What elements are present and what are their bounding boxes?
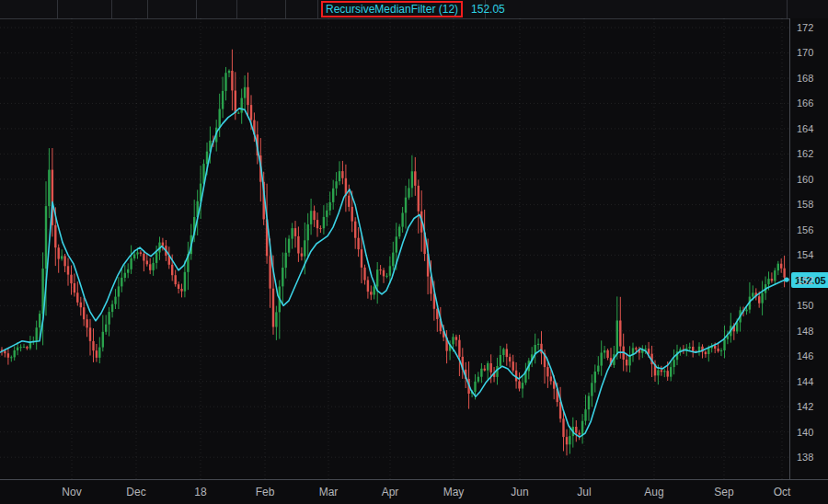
price-axis-label: 154 — [797, 248, 813, 261]
candle-body — [584, 409, 586, 420]
candle-body — [282, 268, 283, 286]
candle-body — [76, 292, 78, 303]
candle-body — [411, 171, 413, 188]
candle-body — [458, 340, 460, 357]
candle-body — [707, 348, 709, 354]
candle-body — [58, 247, 60, 258]
candle-body — [626, 360, 627, 365]
chart-plot-area[interactable] — [0, 18, 789, 479]
candle-body — [228, 71, 230, 73]
toolbar-separator — [236, 0, 237, 18]
candle-body — [335, 181, 337, 189]
candle-body — [108, 312, 109, 325]
toolbar-separator — [147, 0, 148, 18]
candle-body — [329, 202, 331, 211]
indicator-value: 152.05 — [471, 3, 505, 16]
candle-body — [401, 213, 403, 227]
price-axis-label: 164 — [797, 122, 813, 135]
candle-body — [323, 217, 325, 228]
candle-body — [783, 269, 785, 278]
candle-body — [537, 344, 539, 345]
candle-body — [579, 433, 581, 435]
indicator-legend[interactable]: RecursiveMedianFilter (12) 152.05 — [321, 0, 505, 18]
candle-body — [635, 348, 637, 349]
candle-body — [184, 272, 186, 292]
candle-body — [39, 314, 40, 327]
candle-body — [385, 276, 387, 277]
candle-body — [102, 332, 104, 348]
indicator-name-label[interactable]: RecursiveMedianFilter (12) — [321, 1, 463, 17]
candle-body — [23, 347, 25, 348]
candle-body — [509, 357, 511, 361]
candle-body — [70, 275, 72, 283]
candle-body — [670, 367, 672, 377]
price-axis-label: 144 — [797, 375, 813, 388]
trading-chart-window: RecursiveMedianFilter (12) 152.05 152.05… — [0, 0, 828, 504]
candle-body — [96, 350, 98, 358]
candle-body — [130, 258, 132, 269]
candle-body — [474, 382, 476, 392]
price-axis-label: 138 — [797, 451, 813, 464]
candle-body — [692, 347, 694, 351]
candle-body — [54, 225, 56, 247]
candle-body — [566, 437, 568, 444]
price-axis-label: 142 — [797, 400, 813, 413]
candle-body — [326, 211, 328, 217]
candle-body — [351, 207, 353, 222]
candle-body — [761, 293, 763, 304]
candle-body — [717, 349, 719, 351]
recursive-median-filter-line[interactable] — [0, 109, 788, 437]
candle-body — [17, 348, 18, 350]
candle-body — [723, 339, 725, 350]
candle-body — [452, 337, 454, 344]
candle-body — [231, 71, 233, 91]
candle-body — [133, 255, 135, 258]
price-axis-label: 166 — [797, 97, 813, 109]
candle-body — [667, 371, 669, 376]
candle-body — [36, 327, 38, 341]
candle-body — [389, 266, 391, 276]
price-axis[interactable]: 152.05 172170168166164162160158156154152… — [789, 18, 828, 479]
time-axis-label: Jun — [511, 486, 528, 498]
candle-body — [48, 170, 50, 207]
candle-body — [357, 238, 359, 249]
candle-body — [455, 337, 457, 339]
time-axis-label: Dec — [126, 486, 145, 498]
candle-body — [354, 222, 356, 238]
candle-body — [348, 196, 350, 207]
candle-body — [178, 284, 179, 289]
time-axis-label: Sep — [714, 486, 733, 498]
candle-body — [301, 254, 303, 257]
price-axis-label: 168 — [797, 72, 813, 85]
candle-body — [136, 252, 138, 254]
candle-body — [705, 352, 707, 355]
candle-body — [777, 264, 779, 270]
candle-body — [127, 269, 129, 273]
candle-body — [250, 105, 252, 120]
price-axis-label: 140 — [797, 426, 813, 439]
candle-body — [313, 211, 315, 220]
candle-body — [162, 243, 164, 246]
candle-body — [304, 240, 305, 256]
candle-body — [405, 198, 407, 213]
candle-body — [272, 289, 274, 327]
time-axis-label: 18 — [194, 486, 206, 498]
price-axis-label: 170 — [797, 46, 813, 59]
candle-body — [361, 249, 362, 268]
time-axis[interactable]: NovDec18FebMarAprMayJunJulAugSepOct — [0, 479, 828, 504]
candle-body — [657, 370, 659, 375]
time-axis-label: Mar — [319, 486, 339, 498]
candle-body — [418, 186, 420, 212]
candle-body — [149, 264, 151, 270]
candle-body — [288, 239, 290, 253]
candle-body — [522, 383, 523, 388]
candle-body — [244, 87, 246, 98]
candlestick-chart[interactable] — [0, 18, 789, 479]
legend-toolbar: RecursiveMedianFilter (12) 152.05 — [0, 0, 828, 19]
candle-body — [619, 321, 621, 347]
candle-body — [591, 383, 592, 395]
price-axis-label: 150 — [797, 299, 813, 312]
candle-body — [383, 270, 385, 277]
candle-body — [92, 341, 94, 350]
candle-body — [606, 350, 608, 358]
